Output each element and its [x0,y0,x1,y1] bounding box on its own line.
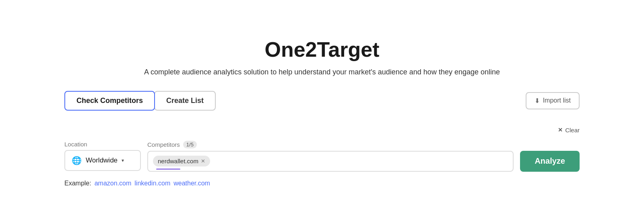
example-link-linkedin[interactable]: linkedin.com [134,180,170,187]
import-icon: ⬇ [535,97,540,105]
location-label: Location [64,141,141,148]
fields-row: Location 🌐 Worldwide ▾ Competitors 1/5 n… [64,141,580,172]
competitors-text-input[interactable] [213,158,508,164]
page-subtitle: A complete audience analytics solution t… [144,68,500,76]
competitors-input-wrapper[interactable]: nerdwallet.com ✕ [147,151,514,172]
location-field-group: Location 🌐 Worldwide ▾ [64,141,141,171]
tab-create-list[interactable]: Create List [154,91,216,111]
competitors-label: Competitors [147,141,180,148]
tab-check-competitors[interactable]: Check Competitors [64,91,155,111]
analyze-button[interactable]: Analyze [520,151,580,172]
clear-button[interactable]: ✕ Clear [558,122,580,138]
clear-label: Clear [565,127,580,134]
import-list-button[interactable]: ⬇ Import list [526,92,580,109]
examples-row: Example: amazon.com linkedin.com weather… [64,180,580,187]
location-dropdown[interactable]: 🌐 Worldwide ▾ [64,150,141,171]
competitor-tag-value: nerdwallet.com [158,158,198,164]
examples-label: Example: [64,180,91,187]
globe-icon: 🌐 [72,156,82,165]
competitors-label-row: Competitors 1/5 [147,141,514,148]
clear-x-icon: ✕ [558,127,563,133]
example-link-weather[interactable]: weather.com [173,180,210,187]
page-container: One2Target A complete audience analytics… [40,21,604,203]
competitors-badge: 1/5 [183,141,197,148]
import-list-label: Import list [543,97,571,104]
chevron-down-icon: ▾ [122,158,124,163]
tabs-row: Check Competitors Create List ⬇ Import l… [64,91,580,111]
example-link-amazon[interactable]: amazon.com [95,180,132,187]
tabs-container: Check Competitors Create List [64,91,216,111]
page-title: One2Target [264,37,379,62]
location-value: Worldwide [86,156,118,164]
competitors-field-group: Competitors 1/5 nerdwallet.com ✕ [147,141,514,172]
competitor-tag: nerdwallet.com ✕ [153,156,210,166]
tag-remove-button[interactable]: ✕ [201,158,205,164]
